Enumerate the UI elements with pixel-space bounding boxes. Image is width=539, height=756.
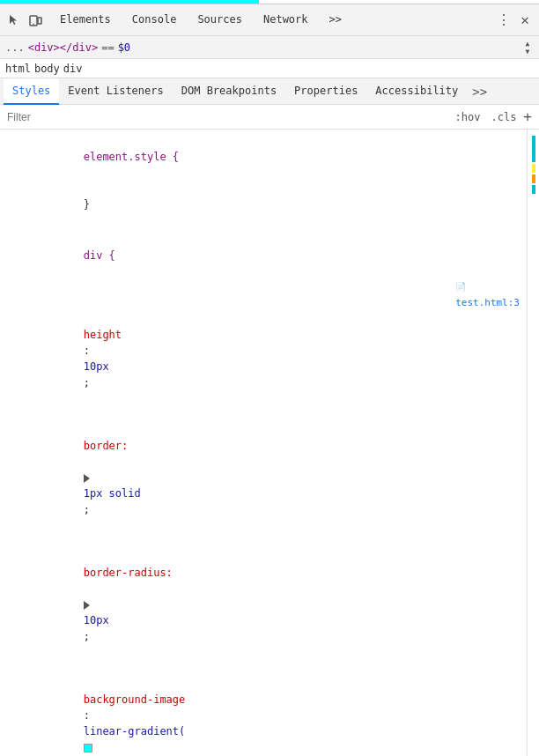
source-link[interactable]: 📄 test.html:3	[373, 263, 520, 327]
close-devtools-icon[interactable]: ✕	[514, 10, 535, 31]
top-toolbar: Elements Console Sources Network >> ⋮ ✕	[0, 4, 539, 36]
styles-more-tabs[interactable]: >>	[467, 85, 492, 99]
right-sidebar	[527, 130, 539, 756]
prop-background-image[interactable]: background-image	[84, 693, 186, 706]
breadcrumb-tag[interactable]: <div></div>	[28, 41, 98, 54]
breadcrumb-scroll[interactable]: ▲ ▼	[521, 40, 534, 56]
breadcrumb-path: html body div	[0, 59, 539, 78]
more-options-icon[interactable]: ⋮	[493, 10, 514, 31]
tab-sources[interactable]: Sources	[187, 4, 253, 36]
breadcrumb-dollar: $0	[118, 41, 130, 54]
styles-panel-tabs: Styles Event Listeners DOM Breakpoints P…	[0, 78, 539, 105]
gradient-swatch-1[interactable]	[84, 744, 92, 752]
devtools-panel: Elements Console Sources Network >> ⋮ ✕ …	[0, 4, 539, 756]
main-content: :hov .cls + element.style { }	[0, 105, 539, 756]
css-rule-selector-div: div { 📄 test.html:3	[0, 232, 527, 295]
breadcrumb-html[interactable]: html	[5, 63, 31, 75]
prop-border-radius[interactable]: border-radius:	[84, 567, 173, 579]
tab-console[interactable]: Console	[122, 4, 188, 36]
sidebar-marker-orange	[532, 174, 535, 183]
value-background-image[interactable]: linear-gradient(	[84, 725, 186, 737]
value-border-radius[interactable]: 10px	[84, 614, 109, 626]
value-height[interactable]: 10px	[84, 360, 109, 373]
tab-accessibility[interactable]: Accessibility	[366, 78, 467, 105]
border-radius-expand-triangle[interactable]	[84, 601, 90, 610]
filter-bar: :hov .cls +	[0, 105, 539, 130]
element-style-selector[interactable]: element.style {	[84, 151, 179, 163]
add-style-rule-button[interactable]: +	[523, 108, 532, 125]
tab-network[interactable]: Network	[253, 4, 319, 36]
filter-input[interactable]	[7, 111, 448, 123]
css-rule-div-main: div { 📄 test.html:3 height : 10px ;	[0, 232, 527, 756]
inspect-icon[interactable]	[4, 10, 25, 31]
breadcrumb-dots[interactable]: ...	[5, 41, 25, 54]
breadcrumb: ... <div></div> == $0 ▲ ▼	[0, 36, 539, 59]
css-prop-border: border: 1px solid ;	[0, 406, 527, 533]
css-area: element.style { } div { 📄 test.html:3	[0, 130, 539, 756]
border-expand-triangle[interactable]	[84, 474, 90, 483]
css-rule-close-element-style: }	[0, 181, 527, 228]
svg-rect-1	[38, 18, 41, 24]
css-prop-border-radius: border-radius: 10px ;	[0, 533, 527, 660]
css-prop-background-image: background-image : linear-gradient( #0ff…	[0, 660, 527, 756]
source-filename[interactable]: test.html:3	[455, 297, 520, 308]
prop-border[interactable]: border:	[84, 440, 129, 452]
sidebar-marker-cyan-2	[532, 185, 535, 194]
breadcrumb-equals: ==	[101, 41, 114, 54]
css-rule-selector-element-style: element.style {	[0, 133, 527, 181]
cls-filter-button[interactable]: .cls	[487, 109, 520, 125]
breadcrumb-body[interactable]: body	[34, 63, 60, 75]
css-content: element.style { } div { 📄 test.html:3	[0, 130, 527, 756]
source-icon: 📄	[455, 282, 466, 292]
value-border[interactable]: 1px solid	[84, 487, 141, 500]
tab-dom-breakpoints[interactable]: DOM Breakpoints	[173, 78, 285, 105]
device-toggle-icon[interactable]	[25, 10, 46, 31]
tab-more[interactable]: >>	[319, 4, 352, 36]
tab-properties[interactable]: Properties	[285, 78, 366, 105]
prop-height[interactable]: height	[84, 329, 122, 341]
tab-elements[interactable]: Elements	[49, 4, 122, 36]
sidebar-marker-yellow	[532, 164, 535, 173]
tab-styles[interactable]: Styles	[4, 78, 59, 105]
css-rule-element-style: element.style { }	[0, 133, 527, 228]
hov-filter-button[interactable]: :hov	[452, 109, 484, 125]
sidebar-marker-cyan-1	[532, 136, 535, 162]
svg-point-2	[33, 23, 34, 25]
div-selector[interactable]: div {	[84, 249, 115, 262]
tab-event-listeners[interactable]: Event Listeners	[59, 78, 172, 105]
breadcrumb-div[interactable]: div	[63, 63, 83, 75]
